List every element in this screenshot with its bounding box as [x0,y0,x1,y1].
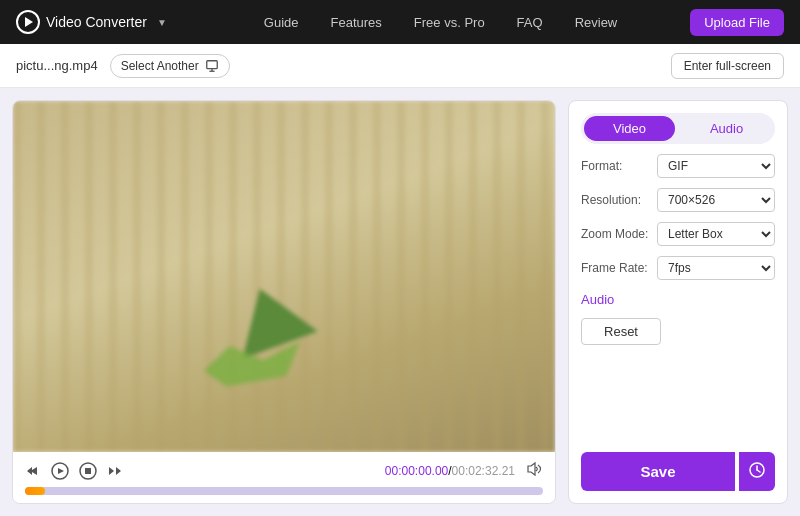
time-total: 00:02:32.21 [452,464,515,478]
brand-name: Video Converter [46,14,147,30]
zoom-label: Zoom Mode: [581,227,651,241]
video-panel: 00:00:00.00/00:02:32.21 [12,100,556,504]
tab-audio[interactable]: Audio [681,116,772,141]
svg-rect-6 [85,468,91,474]
play-button[interactable] [51,462,69,480]
controls-row: 00:00:00.00/00:02:32.21 [25,460,543,481]
nav-links: Guide Features Free vs. Pro FAQ Review [191,15,690,30]
video-controls: 00:00:00.00/00:02:32.21 [13,452,555,503]
monitor-icon [205,59,219,73]
svg-rect-0 [206,60,217,68]
nav-link-review[interactable]: Review [575,15,618,30]
progress-bar[interactable] [25,487,543,495]
resolution-select[interactable]: 700×526 1280×720 1920×1080 640×480 [657,188,775,212]
time-display: 00:00:00.00/00:02:32.21 [385,464,515,478]
skip-button[interactable] [107,463,123,479]
save-row: Save [581,452,775,491]
nav-link-faq[interactable]: FAQ [517,15,543,30]
spacer [581,355,775,442]
play-icon [51,462,69,480]
logo[interactable]: Video Converter ▼ [16,10,167,34]
logo-icon [16,10,40,34]
zoom-select[interactable]: Letter Box Pan & Scan Full [657,222,775,246]
tabs-row: Video Audio [581,113,775,144]
zoom-row: Zoom Mode: Letter Box Pan & Scan Full [581,222,775,246]
top-nav: Video Converter ▼ Guide Features Free vs… [0,0,800,44]
format-label: Format: [581,159,651,173]
format-row: Format: GIF MP4 AVI MOV WEBM [581,154,775,178]
time-current: 00:00:00.00 [385,464,448,478]
logo-arrow-icon [25,17,33,27]
svg-line-9 [757,470,760,472]
brand-dropdown-icon[interactable]: ▼ [157,17,167,28]
resolution-row: Resolution: 700×526 1280×720 1920×1080 6… [581,188,775,212]
video-area [13,101,555,452]
stop-icon [79,462,97,480]
toolbar: pictu...ng.mp4 Select Another Enter full… [0,44,800,88]
progress-fill [25,487,45,495]
audio-section-label: Audio [581,290,775,308]
volume-button[interactable] [525,460,543,481]
nav-link-guide[interactable]: Guide [264,15,299,30]
frame-rate-select[interactable]: 7fps 15fps 24fps 30fps 60fps [657,256,775,280]
reset-row: Reset [581,318,775,345]
main-content: 00:00:00.00/00:02:32.21 Video Audio Form… [0,88,800,516]
nav-link-free-vs-pro[interactable]: Free vs. Pro [414,15,485,30]
skip-icon [107,463,123,479]
stop-button[interactable] [79,462,97,480]
frame-rate-row: Frame Rate: 7fps 15fps 24fps 30fps 60fps [581,256,775,280]
volume-icon [525,460,543,478]
video-placeholder [13,101,555,452]
settings-panel: Video Audio Format: GIF MP4 AVI MOV WEBM… [568,100,788,504]
svg-marker-4 [58,468,64,474]
rewind-icon [25,463,41,479]
resolution-label: Resolution: [581,193,651,207]
save-button[interactable]: Save [581,452,735,491]
clock-icon [749,462,765,478]
file-name-label: pictu...ng.mp4 [16,58,98,73]
select-another-button[interactable]: Select Another [110,54,230,78]
frame-rate-label: Frame Rate: [581,261,651,275]
rewind-button[interactable] [25,463,41,479]
tab-video[interactable]: Video [584,116,675,141]
fullscreen-button[interactable]: Enter full-screen [671,53,784,79]
nav-link-features[interactable]: Features [331,15,382,30]
reset-button[interactable]: Reset [581,318,661,345]
upload-file-button[interactable]: Upload File [690,9,784,36]
format-select[interactable]: GIF MP4 AVI MOV WEBM [657,154,775,178]
save-schedule-button[interactable] [739,452,775,491]
